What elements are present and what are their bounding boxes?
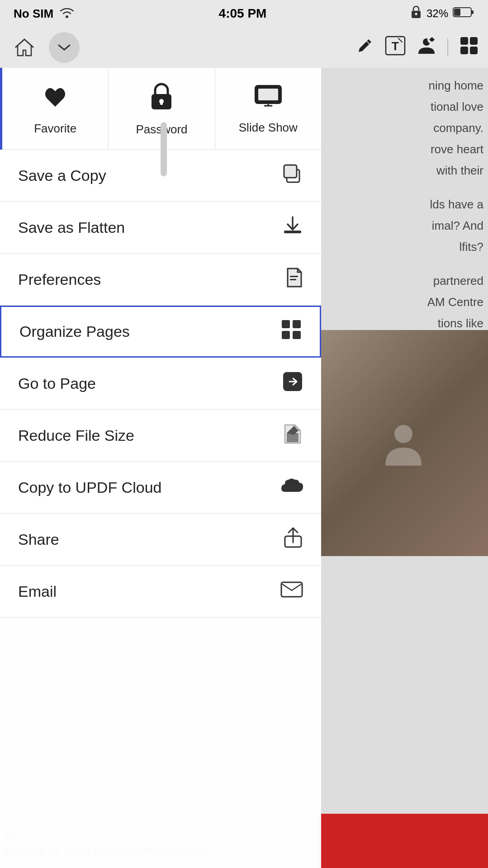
svg-rect-21 [258, 89, 278, 100]
svg-rect-25 [290, 276, 298, 277]
status-bar: No SIM 4:05 PM 32% [0, 0, 488, 27]
svg-rect-12 [470, 37, 478, 45]
wifi-icon [59, 6, 75, 22]
share-item[interactable]: Share [0, 514, 321, 566]
user-icon[interactable] [417, 36, 436, 59]
svg-rect-5 [471, 10, 474, 14]
save-flatten-label: Save as Flatten [18, 219, 125, 236]
share-label: Share [18, 531, 59, 548]
slideshow-icon [254, 84, 283, 114]
bg-photo [318, 330, 488, 556]
slideshow-label: Slide Show [239, 121, 298, 135]
copy-icon [282, 163, 303, 188]
toolbar: T [0, 27, 488, 68]
favorite-button[interactable]: Favorite [0, 68, 109, 149]
reduce-file-size-label: Reduce File Size [18, 427, 134, 444]
svg-point-15 [394, 425, 412, 443]
svg-rect-28 [293, 320, 301, 328]
svg-rect-14 [470, 47, 478, 54]
preferences-doc-icon [285, 267, 303, 292]
share-icon [283, 526, 303, 553]
svg-rect-33 [281, 582, 302, 597]
svg-text:T: T [392, 39, 399, 53]
status-bar-left: No SIM [14, 6, 75, 22]
preferences-item[interactable]: Preferences [0, 254, 321, 306]
status-bar-time: 4:05 PM [219, 6, 267, 21]
text-tool-icon[interactable]: T [385, 36, 406, 59]
svg-rect-24 [284, 231, 301, 233]
save-flatten-item[interactable]: Save as Flatten [0, 202, 321, 254]
email-item[interactable]: Email [0, 566, 321, 618]
grid-apps-icon[interactable] [459, 36, 479, 59]
flatten-icon [282, 215, 303, 240]
svg-point-0 [66, 15, 68, 18]
home-button[interactable] [9, 32, 40, 63]
slideshow-button[interactable]: Slide Show [215, 68, 321, 149]
save-copy-label: Save a Copy [18, 167, 106, 184]
preferences-label: Preferences [18, 271, 101, 288]
copy-updf-cloud-label: Copy to UPDF Cloud [18, 479, 161, 496]
svg-rect-27 [282, 320, 290, 328]
svg-rect-26 [290, 279, 296, 280]
email-label: Email [18, 583, 57, 600]
svg-rect-23 [284, 165, 297, 178]
menu-overlay: Favorite Password [0, 68, 321, 868]
svg-point-2 [415, 13, 417, 15]
reduce-icon [282, 422, 303, 449]
go-to-page-item[interactable]: Go to Page [0, 358, 321, 410]
svg-point-10 [431, 38, 433, 40]
reduce-file-size-item[interactable]: Reduce File Size [0, 410, 321, 462]
favorite-label: Favorite [34, 122, 76, 136]
dropdown-button[interactable] [49, 32, 80, 63]
carrier-label: No SIM [14, 7, 53, 21]
svg-rect-13 [460, 47, 468, 54]
password-icon [149, 82, 174, 116]
copy-updf-cloud-item[interactable]: Copy to UPDF Cloud [0, 462, 321, 514]
svg-rect-29 [282, 331, 290, 339]
menu-items-list: Save a Copy Save as Flatten Preferences [0, 150, 321, 618]
arrow-right-icon [282, 371, 303, 396]
battery-percent: 32% [426, 7, 448, 20]
battery-icon [453, 6, 474, 21]
toolbar-right-icons: T [356, 36, 479, 59]
menu-arrow [90, 67, 107, 77]
svg-rect-30 [293, 331, 301, 339]
bg-bottom-red-bar [318, 814, 488, 868]
lock-icon [410, 5, 422, 22]
svg-rect-4 [454, 9, 460, 16]
toolbar-divider [447, 38, 448, 57]
favorite-icon [42, 83, 69, 115]
go-to-page-label: Go to Page [18, 375, 96, 392]
organize-grid-icon [281, 319, 302, 344]
svg-rect-11 [460, 37, 468, 45]
organize-pages-label: Organize Pages [19, 323, 130, 340]
organize-pages-item[interactable]: Organize Pages [0, 306, 321, 358]
svg-rect-18 [160, 101, 163, 105]
status-bar-right: 32% [410, 5, 474, 22]
annotate-icon[interactable] [356, 37, 374, 58]
scrollbar-hint [161, 122, 167, 176]
email-icon [280, 580, 303, 603]
cloud-icon [280, 476, 303, 499]
